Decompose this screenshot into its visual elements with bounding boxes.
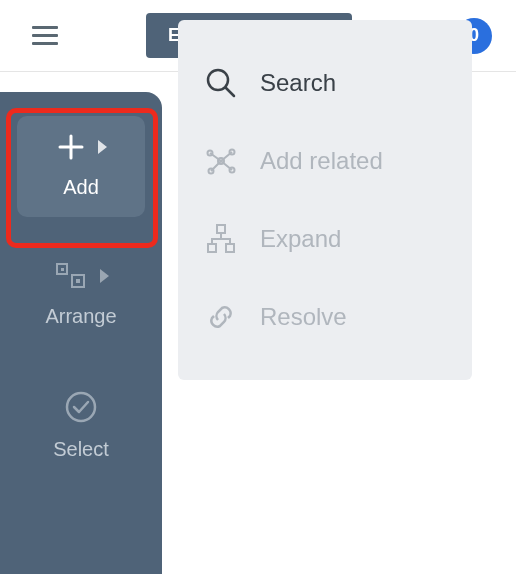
sidebar: Add Arrange Select [0,92,162,574]
hierarchy-icon [204,222,238,256]
chevron-right-icon [100,269,109,283]
svg-rect-13 [226,244,234,252]
chevron-right-icon [98,140,107,154]
tool-label: Add [63,176,99,199]
plus-icon [56,132,86,162]
arrange-icon [54,261,88,291]
check-circle-icon [64,390,98,424]
svg-rect-11 [217,225,225,233]
tool-arrange[interactable]: Arrange [17,245,145,346]
flyout-item-expand[interactable]: Expand [178,200,472,278]
svg-point-4 [67,393,95,421]
menu-icon[interactable] [24,18,66,53]
main: Add Arrange Select Search Add related [0,72,516,574]
search-icon [204,66,238,100]
flyout-label: Add related [260,147,383,175]
flyout-label: Expand [260,225,341,253]
network-icon [204,144,238,178]
add-flyout: Search Add related Expand Resolve [178,20,472,380]
svg-rect-12 [208,244,216,252]
tool-add[interactable]: Add [17,116,145,217]
flyout-item-resolve[interactable]: Resolve [178,278,472,356]
flyout-item-add-related[interactable]: Add related [178,122,472,200]
link-icon [204,300,238,334]
flyout-label: Search [260,69,336,97]
flyout-item-search[interactable]: Search [178,44,472,122]
svg-point-5 [208,70,228,90]
tool-label: Select [53,438,109,461]
tool-select[interactable]: Select [17,374,145,479]
tool-label: Arrange [45,305,116,328]
svg-rect-3 [76,279,80,283]
svg-rect-1 [61,268,64,271]
flyout-label: Resolve [260,303,347,331]
